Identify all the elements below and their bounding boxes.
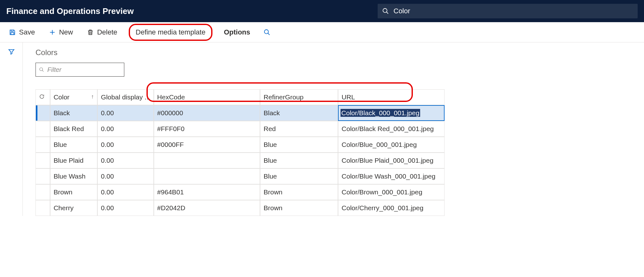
refresh-column[interactable]	[36, 89, 50, 105]
search-icon	[382, 8, 389, 15]
cell-color[interactable]: Cherry	[50, 200, 97, 216]
svg-line-8	[268, 33, 270, 35]
cell-hexcode[interactable]: #964B01	[154, 184, 260, 200]
cell-global-display[interactable]: 0.00	[97, 200, 153, 216]
row-selector[interactable]	[36, 137, 50, 153]
cell-refiner[interactable]: Blue	[260, 153, 338, 168]
search-icon	[39, 67, 44, 72]
cell-url[interactable]: Color/Blue_000_001.jpeg	[338, 137, 445, 153]
selected-text: Color/Black_000_001.jpeg	[341, 109, 420, 117]
cell-refiner[interactable]: Brown	[260, 184, 338, 200]
grid-filter-input[interactable]	[47, 66, 121, 74]
cell-refiner[interactable]: Red	[260, 121, 338, 137]
action-search-button[interactable]	[262, 27, 272, 38]
svg-point-0	[383, 9, 387, 13]
cell-hexcode[interactable]: #FFF0F0	[154, 121, 260, 137]
row-selector[interactable]	[36, 184, 50, 200]
row-selector[interactable]	[36, 105, 50, 121]
svg-line-1	[387, 12, 388, 14]
column-global-display[interactable]: Global display ...	[97, 89, 153, 105]
column-color[interactable]: Color ↑	[50, 89, 97, 105]
save-label: Save	[19, 28, 35, 36]
global-search-input[interactable]	[393, 7, 633, 16]
cell-refiner[interactable]: Blue	[260, 168, 338, 184]
cell-refiner[interactable]: Black	[260, 105, 338, 121]
cell-global-display[interactable]: 0.00	[97, 121, 153, 137]
cell-color[interactable]: Brown	[50, 184, 97, 200]
page-title: Colors	[36, 48, 644, 57]
cell-global-display[interactable]: 0.00	[97, 105, 153, 121]
cell-url[interactable]: Color/Blue Plaid_000_001.jpeg	[338, 153, 445, 168]
cell-hexcode[interactable]: #0000FF	[154, 137, 260, 153]
cell-hexcode[interactable]	[154, 153, 260, 168]
funnel-button[interactable]	[8, 48, 15, 57]
table-row[interactable]: Brown0.00#964B01BrownColor/Brown_000_001…	[36, 184, 445, 200]
row-selector[interactable]	[36, 153, 50, 168]
table-row[interactable]: Blue Plaid0.00BlueColor/Blue Plaid_000_0…	[36, 153, 445, 168]
save-button[interactable]: Save	[6, 26, 37, 38]
table-row[interactable]: Blue Wash0.00BlueColor/Blue Wash_000_001…	[36, 168, 445, 184]
table-row[interactable]: Black Red0.00#FFF0F0RedColor/Black Red_0…	[36, 121, 445, 137]
cell-refiner[interactable]: Blue	[260, 137, 338, 153]
filter-rail	[0, 42, 23, 216]
define-media-label: Define media template	[136, 28, 205, 36]
app-header: Finance and Operations Preview	[0, 0, 644, 22]
cell-global-display[interactable]: 0.00	[97, 184, 153, 200]
delete-label: Delete	[97, 28, 117, 36]
cell-url[interactable]: Color/Blue Wash_000_001.jpeg	[338, 168, 445, 184]
sort-asc-icon: ↑	[91, 93, 94, 100]
search-icon	[263, 29, 270, 36]
grid-header-row: Color ↑ Global display ... HexCode Refin…	[36, 89, 445, 105]
svg-line-10	[42, 70, 43, 72]
cell-global-display[interactable]: 0.00	[97, 153, 153, 168]
cell-color[interactable]: Black Red	[50, 121, 97, 137]
cell-url[interactable]: Color/Cherry_000_001.jpeg	[338, 200, 445, 216]
cell-refiner[interactable]: Brown	[260, 200, 338, 216]
app-title: Finance and Operations Preview	[6, 6, 134, 16]
grid-filter[interactable]	[36, 63, 124, 77]
new-label: New	[59, 28, 73, 36]
cell-color[interactable]: Blue Plaid	[50, 153, 97, 168]
column-hexcode[interactable]: HexCode	[154, 89, 260, 105]
cell-hexcode[interactable]	[154, 168, 260, 184]
cell-url[interactable]: Color/Black Red_000_001.jpeg	[338, 121, 445, 137]
cell-url[interactable]: Color/Brown_000_001.jpeg	[338, 184, 445, 200]
refresh-icon	[39, 94, 45, 99]
colors-grid: Color ↑ Global display ... HexCode Refin…	[36, 89, 445, 216]
table-row[interactable]: Cherry0.00#D2042DBrownColor/Cherry_000_0…	[36, 200, 445, 216]
action-bar: Save New Delete Define media template Op…	[0, 22, 644, 42]
row-selector[interactable]	[36, 121, 50, 137]
define-media-button[interactable]: Define media template	[129, 24, 212, 41]
cell-global-display[interactable]: 0.00	[97, 137, 153, 153]
svg-rect-2	[11, 32, 14, 34]
svg-point-7	[264, 29, 269, 34]
cell-url[interactable]: Color/Black_000_001.jpeg	[338, 105, 445, 121]
new-button[interactable]: New	[46, 26, 75, 38]
options-button[interactable]: Options	[221, 26, 253, 38]
table-row[interactable]: Black0.00#000000BlackColor/Black_000_001…	[36, 105, 445, 121]
column-url[interactable]: URL	[338, 89, 445, 105]
cell-color[interactable]: Black	[50, 105, 97, 121]
cell-color[interactable]: Blue	[50, 137, 97, 153]
save-icon	[9, 29, 16, 36]
global-search[interactable]	[378, 4, 638, 18]
row-selector[interactable]	[36, 168, 50, 184]
content-area: Colors Color	[23, 42, 644, 216]
row-selector[interactable]	[36, 200, 50, 216]
cell-color[interactable]: Blue Wash	[50, 168, 97, 184]
cell-hexcode[interactable]: #D2042D	[154, 200, 260, 216]
delete-button[interactable]: Delete	[84, 26, 120, 38]
cell-global-display[interactable]: 0.00	[97, 168, 153, 184]
funnel-icon	[8, 48, 15, 55]
trash-icon	[87, 29, 94, 36]
plus-icon	[49, 29, 56, 36]
options-label: Options	[224, 28, 250, 36]
svg-point-9	[40, 68, 42, 71]
cell-hexcode[interactable]: #000000	[154, 105, 260, 121]
table-row[interactable]: Blue0.00#0000FFBlueColor/Blue_000_001.jp…	[36, 137, 445, 153]
column-refiner-group[interactable]: RefinerGroup	[260, 89, 338, 105]
